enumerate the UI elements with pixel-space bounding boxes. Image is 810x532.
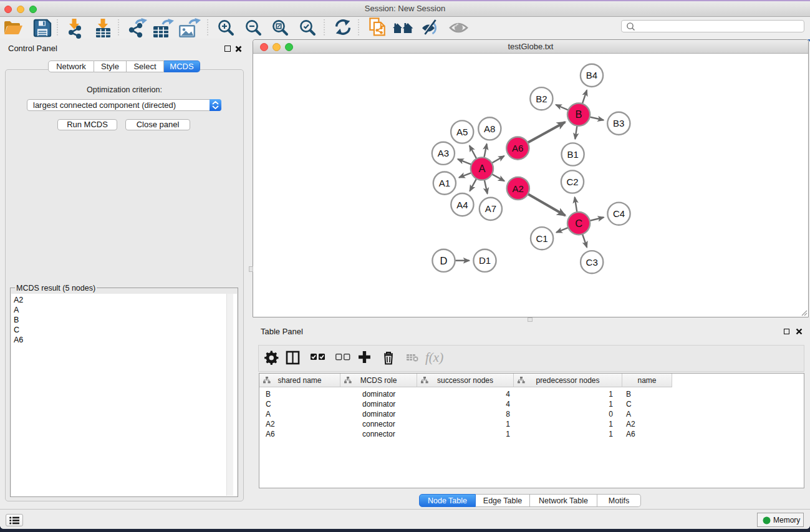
svg-text:C2: C2 [566, 177, 578, 187]
svg-text:A5: A5 [456, 127, 468, 137]
svg-text:D: D [440, 255, 448, 266]
svg-text:A1: A1 [439, 178, 450, 188]
svg-text:D1: D1 [479, 255, 491, 266]
svg-text:A4: A4 [456, 200, 468, 210]
svg-text:A7: A7 [485, 203, 496, 214]
svg-text:B: B [576, 109, 582, 120]
svg-text:B2: B2 [536, 94, 547, 104]
svg-text:A6: A6 [512, 143, 523, 153]
svg-text:C3: C3 [586, 257, 598, 268]
svg-text:C1: C1 [536, 233, 548, 244]
svg-text:B3: B3 [613, 118, 624, 128]
svg-text:C: C [575, 218, 582, 229]
svg-text:f(x): f(x) [425, 350, 443, 365]
svg-text:A: A [478, 163, 485, 174]
svg-text:C4: C4 [613, 208, 625, 219]
svg-text:A3: A3 [438, 148, 449, 158]
svg-text:B1: B1 [567, 149, 578, 160]
svg-text:A2: A2 [513, 183, 524, 194]
svg-text:B4: B4 [586, 70, 597, 80]
svg-text:A8: A8 [484, 123, 495, 134]
